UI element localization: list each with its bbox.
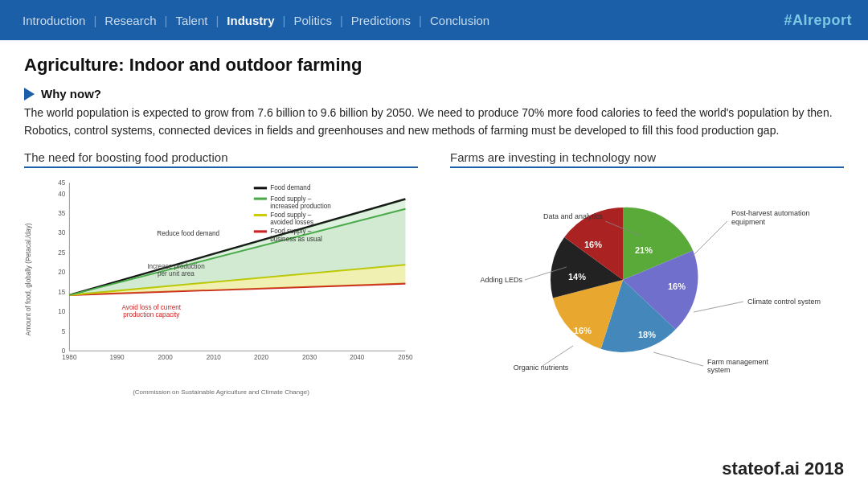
svg-text:20: 20 — [58, 269, 66, 277]
nav-separator: | — [214, 14, 220, 27]
right-chart-title: Farms are investing in technology now — [450, 150, 844, 168]
svg-text:Adding LEDs: Adding LEDs — [480, 276, 522, 284]
svg-text:Climate control system: Climate control system — [747, 298, 821, 306]
svg-text:5: 5 — [62, 328, 66, 335]
svg-text:Post-harvest automation: Post-harvest automation — [731, 209, 810, 217]
svg-text:2030: 2030 — [302, 355, 317, 362]
navbar: Introduction | Research | Talent | Indus… — [0, 0, 868, 40]
main-content: Agriculture: Indoor and outdoor farming … — [0, 40, 868, 392]
svg-text:2000: 2000 — [158, 355, 174, 362]
line-chart-container: Amount of food, globally (Petacal./day) … — [24, 175, 418, 384]
svg-text:production capacity: production capacity — [123, 312, 180, 319]
nav-item-talent[interactable]: Talent — [169, 14, 214, 27]
left-chart-title: The need for boosting food production — [24, 150, 418, 168]
svg-text:45: 45 — [58, 180, 66, 187]
svg-rect-30 — [254, 198, 267, 200]
svg-text:Food supply –: Food supply – — [270, 195, 312, 203]
nav-item-industry[interactable]: Industry — [220, 14, 280, 27]
svg-text:Avoid loss of current: Avoid loss of current — [122, 305, 182, 312]
why-now-section: Why now? The world population is expecte… — [24, 87, 844, 139]
svg-text:Food demand: Food demand — [270, 185, 310, 192]
svg-rect-28 — [254, 187, 267, 190]
svg-rect-36 — [254, 231, 267, 233]
svg-text:16%: 16% — [668, 281, 686, 291]
nav-item-predictions[interactable]: Predictions — [345, 14, 417, 27]
why-now-header: Why now? — [24, 87, 844, 101]
pie-chart-container: 21% 16% 18% 16% — [450, 175, 844, 384]
svg-text:15: 15 — [58, 289, 66, 296]
svg-text:1990: 1990 — [109, 355, 125, 362]
svg-line-52 — [691, 221, 727, 257]
svg-text:2050: 2050 — [398, 355, 413, 362]
svg-text:Increase production: Increase production — [147, 264, 205, 271]
svg-text:2040: 2040 — [350, 355, 365, 362]
page-title: Agriculture: Indoor and outdoor farming — [24, 55, 844, 76]
hashtag-label: #AIreport — [784, 12, 852, 29]
svg-text:Reduce food demand: Reduce food demand — [157, 231, 219, 238]
line-chart-svg: Amount of food, globally (Petacal./day) … — [24, 175, 418, 384]
right-chart: Farms are investing in technology now 21… — [434, 150, 844, 384]
svg-text:2010: 2010 — [207, 355, 222, 362]
svg-text:25: 25 — [58, 249, 66, 257]
svg-text:16%: 16% — [584, 240, 602, 249]
svg-text:per unit area: per unit area — [158, 271, 194, 278]
nav-separator: | — [163, 14, 170, 27]
svg-text:14%: 14% — [568, 272, 586, 281]
svg-text:18%: 18% — [638, 330, 656, 339]
svg-text:30: 30 — [58, 230, 66, 237]
nav-separator: | — [417, 14, 424, 27]
nav-item-politics[interactable]: Politics — [287, 14, 338, 27]
svg-text:10: 10 — [58, 309, 66, 316]
why-now-label: Why now? — [41, 87, 101, 101]
svg-text:2020: 2020 — [254, 355, 269, 362]
svg-text:1980: 1980 — [62, 355, 77, 362]
svg-line-55 — [694, 302, 743, 312]
svg-text:equipment: equipment — [731, 218, 766, 226]
nav-links: Introduction | Research | Talent | Indus… — [16, 14, 496, 27]
svg-text:21%: 21% — [635, 245, 653, 255]
source-note: (Commission on Sustainable Agriculture a… — [24, 388, 418, 396]
nav-separator: | — [92, 14, 98, 27]
svg-text:Data and analytics: Data and analytics — [543, 212, 604, 220]
left-chart: The need for boosting food production Am… — [24, 150, 434, 384]
svg-text:system: system — [707, 366, 731, 374]
svg-rect-33 — [254, 214, 267, 216]
svg-text:Farm management: Farm management — [707, 358, 769, 366]
why-now-text: The world population is expected to grow… — [24, 105, 844, 139]
nav-item-research[interactable]: Research — [98, 14, 162, 27]
svg-text:increased production: increased production — [270, 203, 331, 210]
nav-separator: | — [281, 14, 288, 27]
nav-item-introduction[interactable]: Introduction — [16, 14, 92, 27]
charts-row: The need for boosting food production Am… — [24, 150, 844, 384]
svg-text:Organic nutrients: Organic nutrients — [514, 364, 569, 372]
pie-chart-svg: 21% 16% 18% 16% — [454, 177, 840, 382]
svg-text:35: 35 — [58, 210, 66, 217]
svg-text:business as usual: business as usual — [270, 236, 322, 243]
svg-text:40: 40 — [58, 191, 66, 198]
stateof-label: stateof.ai 2018 — [722, 458, 844, 479]
svg-text:Amount of food, globally (Peta: Amount of food, globally (Petacal./day) — [25, 224, 32, 336]
nav-separator: | — [338, 14, 345, 27]
triangle-icon — [24, 88, 35, 101]
svg-text:avoided losses: avoided losses — [270, 220, 313, 227]
svg-line-57 — [653, 352, 703, 366]
svg-text:Food supply –: Food supply – — [270, 228, 312, 236]
svg-text:16%: 16% — [574, 326, 592, 335]
nav-item-conclusion[interactable]: Conclusion — [424, 14, 496, 27]
svg-text:Food supply –: Food supply – — [270, 212, 312, 219]
